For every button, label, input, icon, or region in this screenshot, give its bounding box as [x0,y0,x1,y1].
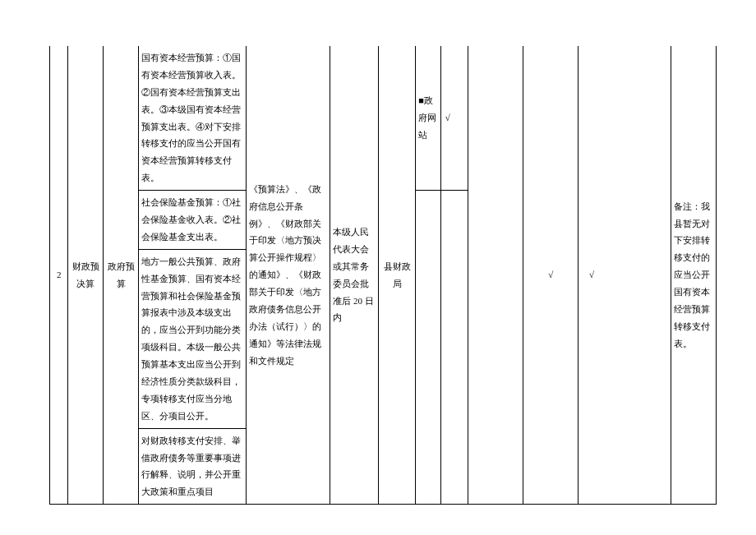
cell-content-p3: 对财政转移支付安排、举借政府债务等重要事项进行解释、说明，并公开重大政策和重点项… [139,428,247,505]
cell-check1-below [440,191,454,505]
cell-timing: 本级人民代表大会或其常务委员会批准后 20 日内 [330,46,379,505]
table-row: 2 财政预决算 政府预算 国有资本经营预算：①国有资本经营预算收入表。②国有资本… [50,46,717,191]
cell-empty-1 [468,46,523,505]
cell-content-p2: 地方一般公共预算、政府性基金预算、国有资本经营预算和社会保险基金预算报表中涉及本… [139,249,247,428]
cell-basis: 《预算法》、《政府信息公开条例》、《财政部关于印发〈地方预决算公开操作规程〉的通… [246,46,330,505]
cell-check1: √ [440,46,454,191]
cell-content-top: 国有资本经营预算：①国有资本经营预算收入表。②国有资本经营预算支出表。③本级国有… [139,46,247,191]
cell-category: 财政预决算 [68,46,104,505]
cell-check2: √ [523,46,579,505]
data-table: 2 财政预决算 政府预算 国有资本经营预算：①国有资本经营预算收入表。②国有资本… [49,46,717,505]
cell-check3: √ [587,46,595,505]
cell-empty-3 [595,46,671,505]
cell-content-p1: 社会保险基金预算：①社会保险基金收入表。②社会保险基金支出表。 [139,191,247,250]
cell-merge-a-below [454,191,468,505]
cell-dept: 县财政局 [379,46,416,505]
cell-merge-a [454,46,468,191]
cell-empty-2 [579,46,587,505]
cell-channel: ■政府网站 [416,46,441,191]
cell-index: 2 [50,46,68,505]
cell-channel-below [416,191,441,505]
cell-subcategory: 政府预算 [104,46,139,505]
cell-remark: 备注：我县暂无对下安排转移支付的应当公开国有资本经营预算转移支付表。 [671,46,716,505]
